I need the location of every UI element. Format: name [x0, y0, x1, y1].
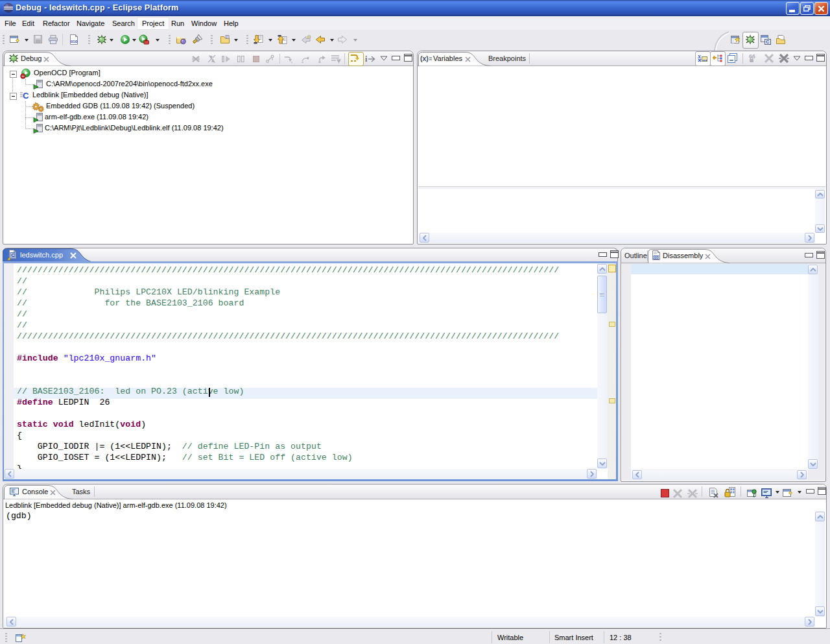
svg-text:(x): (x): [420, 54, 429, 62]
svg-text:i: i: [365, 54, 368, 64]
svg-text:C: C: [11, 252, 15, 258]
svg-text:x: x: [697, 53, 701, 60]
svg-text:010: 010: [654, 256, 659, 259]
svg-text:C: C: [23, 91, 29, 101]
svg-text:010: 010: [71, 40, 78, 43]
svg-text:C: C: [766, 40, 769, 44]
